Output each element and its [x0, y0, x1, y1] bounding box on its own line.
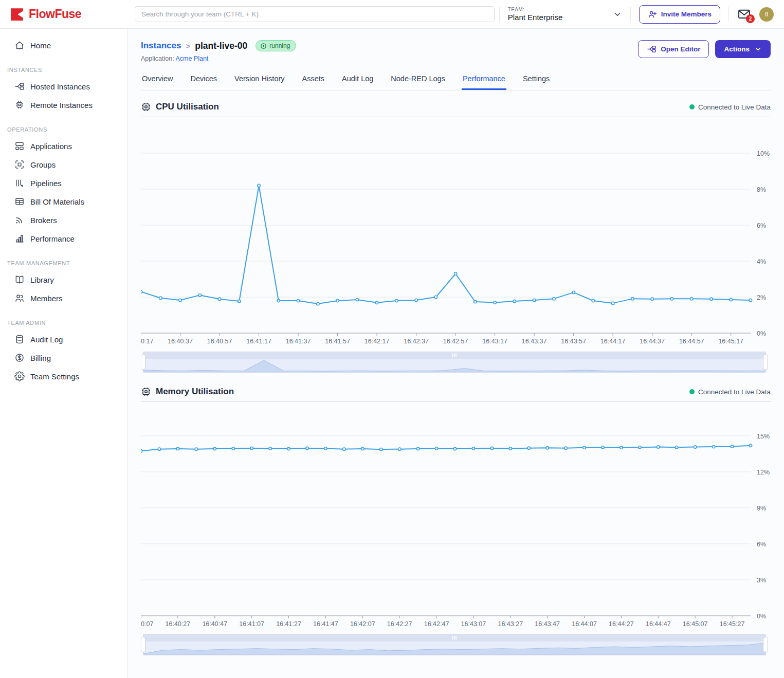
actions-button[interactable]: Actions [715, 40, 771, 58]
groups-icon [14, 159, 25, 170]
svg-text:16:41:37: 16:41:37 [286, 338, 311, 345]
sidebar-item-applications[interactable]: Applications [0, 137, 127, 155]
brokers-icon [14, 215, 25, 225]
sidebar-item-team-settings[interactable]: Team Settings [0, 367, 127, 386]
tab-devices[interactable]: Devices [189, 70, 218, 90]
tab-overview[interactable]: Overview [141, 70, 174, 90]
sidebar-item-groups[interactable]: Groups [0, 155, 127, 174]
applications-icon [14, 141, 25, 151]
brush-handle-left[interactable] [141, 354, 145, 370]
live-dot-icon [689, 104, 695, 109]
flowfuse-logo[interactable]: FlowFuse [0, 7, 127, 22]
memory-live-status: Connected to Live Data [689, 388, 771, 396]
cpu-utilisation-chart: 0%2%4%6%8%10%0:1716:40:3716:40:5716:41:1… [141, 121, 770, 347]
tab-performance[interactable]: Performance [462, 70, 506, 90]
memory-utilisation-section: Memory Utilisation Connected to Live Dat… [141, 387, 771, 658]
remote-instances-icon [14, 100, 25, 110]
tab-node-red-logs[interactable]: Node-RED Logs [390, 70, 446, 90]
sidebar-item-home[interactable]: Home [0, 36, 127, 54]
open-editor-button[interactable]: Open Editor [638, 40, 709, 58]
sidebar-item-pipelines[interactable]: Pipelines [0, 174, 127, 192]
live-dot-icon [689, 389, 695, 394]
flowfuse-logo-icon [9, 7, 25, 22]
svg-text:16:44:37: 16:44:37 [640, 338, 665, 345]
notifications-button[interactable]: 2 [737, 8, 751, 21]
sidebar-item-library[interactable]: Library [0, 270, 127, 289]
svg-text:16:41:47: 16:41:47 [313, 620, 338, 628]
sidebar-item-label: Performance [30, 234, 75, 243]
sidebar-item-performance[interactable]: Performance [0, 229, 127, 248]
svg-text:10%: 10% [757, 150, 770, 157]
top-bar: FlowFuse TEAM: Plant Enterprise Invite M… [0, 0, 784, 29]
sidebar-section-header-team-admin: TEAM ADMIN [7, 320, 127, 326]
tab-audit-log[interactable]: Audit Log [341, 70, 374, 90]
memory-chart-navigator-brush[interactable] [141, 634, 770, 658]
memory-utilisation-chart: 0%3%6%9%12%15%0:0716:40:2716:40:4716:41:… [141, 406, 770, 630]
svg-text:3%: 3% [757, 577, 766, 584]
svg-text:0%: 0% [757, 330, 766, 337]
sidebar-section-header-instances: INSTANCES [7, 67, 127, 73]
sidebar-item-label: Audit Log [30, 335, 63, 344]
sidebar-item-members[interactable]: Members [0, 289, 127, 307]
svg-text:2%: 2% [757, 294, 766, 301]
sidebar-item-hosted-instances[interactable]: Hosted Instances [0, 77, 127, 96]
brush-handle-right[interactable] [763, 354, 768, 370]
sidebar-item-label: Pipelines [30, 179, 62, 188]
svg-text:16:40:27: 16:40:27 [166, 620, 191, 628]
svg-text:16:42:47: 16:42:47 [424, 620, 449, 628]
sidebar-item-brokers[interactable]: Brokers [0, 211, 127, 229]
brush-handle-left[interactable] [141, 637, 145, 652]
app-root: FlowFuse TEAM: Plant Enterprise Invite M… [0, 0, 784, 678]
sidebar-item-billing[interactable]: Billing [0, 349, 127, 367]
sidebar-item-label: Billing [30, 354, 51, 362]
svg-text:9%: 9% [757, 505, 766, 512]
team-label: TEAM: [508, 7, 563, 12]
search-input[interactable] [135, 6, 495, 22]
sidebar-section-header-team-management: TEAM MANAGEMENT [7, 260, 127, 266]
billing-icon [14, 353, 25, 363]
sidebar-item-label: Groups [30, 160, 56, 169]
chevron-down-icon [754, 45, 762, 53]
sidebar-item-audit-log[interactable]: Audit Log [0, 330, 127, 349]
breadcrumb-instances-link[interactable]: Instances [141, 41, 181, 51]
sidebar-item-remote-instances[interactable]: Remote Instances [0, 96, 127, 114]
svg-text:16:44:07: 16:44:07 [572, 620, 597, 628]
user-plus-icon [648, 10, 657, 19]
tab-assets[interactable]: Assets [301, 70, 326, 90]
svg-text:16:41:07: 16:41:07 [239, 620, 264, 628]
sidebar-item-label: Hosted Instances [30, 82, 90, 91]
invite-members-button[interactable]: Invite Members [639, 5, 720, 24]
svg-text:16:41:27: 16:41:27 [276, 620, 301, 628]
team-selector[interactable]: TEAM: Plant Enterprise [508, 7, 622, 22]
svg-text:16:44:47: 16:44:47 [646, 620, 671, 628]
svg-text:16:40:37: 16:40:37 [168, 338, 193, 345]
svg-text:16:42:37: 16:42:37 [404, 338, 429, 345]
gear-icon [14, 371, 25, 381]
brush-handle-right[interactable] [763, 637, 768, 652]
audit-log-icon [14, 334, 25, 344]
sidebar-item-label: Library [30, 276, 54, 284]
bill-of-materials-icon [14, 196, 25, 207]
svg-text:0:17: 0:17 [141, 338, 153, 345]
svg-text:16:43:57: 16:43:57 [561, 338, 586, 345]
cpu-chart-navigator-brush[interactable] [141, 352, 770, 375]
divider [141, 401, 771, 402]
tab-settings[interactable]: Settings [522, 70, 551, 90]
application-link[interactable]: Acme Plant [175, 55, 208, 62]
svg-text:8%: 8% [757, 186, 766, 193]
tab-version-history[interactable]: Version History [233, 70, 286, 90]
sidebar-item-label: Team Settings [30, 372, 79, 381]
avatar[interactable]: fl [759, 7, 774, 22]
svg-text:4%: 4% [757, 258, 766, 265]
cpu-live-status: Connected to Live Data [689, 103, 771, 111]
sidebar-item-bill-of-materials[interactable]: Bill Of Materials [0, 192, 127, 211]
sidebar: HomeINSTANCESHosted InstancesRemote Inst… [0, 29, 127, 678]
svg-text:16:42:27: 16:42:27 [387, 620, 412, 628]
page-head: Instances > plant-live-00 running Applic… [141, 29, 771, 62]
status-badge-label: running [269, 42, 290, 49]
sidebar-item-label: Remote Instances [30, 101, 93, 109]
sidebar-section-header-operations: OPERATIONS [7, 126, 127, 133]
topbar-right: TEAM: Plant Enterprise Invite Members [499, 5, 784, 24]
sidebar-item-label: Applications [30, 142, 72, 151]
svg-text:0:07: 0:07 [141, 620, 153, 628]
